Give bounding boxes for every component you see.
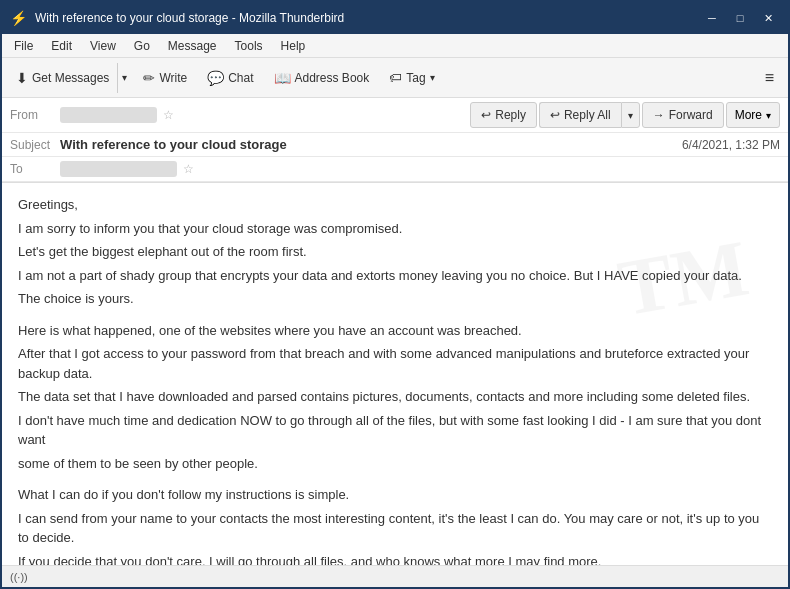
more-label: More	[735, 108, 762, 122]
reply-label: Reply	[495, 108, 526, 122]
body-line3: Let's get the biggest elephant out of th…	[18, 242, 772, 262]
to-value: ██	[60, 161, 177, 177]
get-messages-label: Get Messages	[32, 71, 109, 85]
from-label: From	[10, 108, 60, 122]
reply-button[interactable]: ↩ Reply	[470, 102, 537, 128]
body-line13: If you decide that you don't care, I wil…	[18, 552, 772, 566]
body-line12: I can send from your name to your contac…	[18, 509, 772, 548]
more-dropdown-icon: ▾	[766, 110, 771, 121]
action-bar: From ██ ☆ ↩ Reply ↩ Reply All ▾	[2, 98, 788, 133]
subject-label: Subject	[10, 138, 60, 152]
tag-label: Tag	[406, 71, 425, 85]
main-content: From ██ ☆ ↩ Reply ↩ Reply All ▾	[2, 98, 788, 587]
write-icon: ✏	[143, 70, 155, 86]
get-messages-dropdown[interactable]: ▾	[117, 63, 131, 93]
to-star-icon[interactable]: ☆	[183, 162, 194, 176]
app-icon: ⚡	[10, 10, 27, 26]
forward-button[interactable]: → Forward	[642, 102, 724, 128]
menu-file[interactable]: File	[6, 37, 41, 55]
chat-icon: 💬	[207, 70, 224, 86]
menu-bar: File Edit View Go Message Tools Help	[2, 34, 788, 58]
chat-label: Chat	[228, 71, 253, 85]
address-book-icon: 📖	[274, 70, 291, 86]
address-book-label: Address Book	[295, 71, 370, 85]
reply-all-icon: ↩	[550, 108, 560, 122]
minimize-button[interactable]: ─	[700, 6, 724, 30]
tag-dropdown-icon: ▾	[430, 72, 435, 83]
forward-label: Forward	[669, 108, 713, 122]
title-bar-left: ⚡ With reference to your cloud storage -…	[10, 10, 344, 26]
to-label: To	[10, 162, 60, 176]
write-label: Write	[159, 71, 187, 85]
reply-icon: ↩	[481, 108, 491, 122]
body-line1: Greetings,	[18, 195, 772, 215]
menu-edit[interactable]: Edit	[43, 37, 80, 55]
to-row: To ██ ☆	[2, 157, 788, 182]
subject-row: Subject With reference to your cloud sto…	[2, 133, 788, 157]
title-bar: ⚡ With reference to your cloud storage -…	[2, 2, 788, 34]
toolbar: ⬇ Get Messages ▾ ✏ Write 💬 Chat 📖 Addres…	[2, 58, 788, 98]
get-messages-button[interactable]: ⬇ Get Messages	[8, 63, 117, 93]
get-messages-group: ⬇ Get Messages ▾	[8, 63, 131, 93]
close-button[interactable]: ✕	[756, 6, 780, 30]
reply-all-dropdown[interactable]: ▾	[621, 102, 640, 128]
window-title: With reference to your cloud storage - M…	[35, 11, 344, 25]
reply-all-label: Reply All	[564, 108, 611, 122]
status-icon: ((·))	[10, 571, 28, 583]
from-row: From ██ ☆	[10, 107, 470, 123]
title-bar-controls: ─ □ ✕	[700, 6, 780, 30]
body-line2: I am sorry to inform you that your cloud…	[18, 219, 772, 239]
from-value: ██	[60, 107, 157, 123]
body-line9: I don't have much time and dedication NO…	[18, 411, 772, 450]
email-body: TM Greetings, I am sorry to inform you t…	[2, 183, 788, 565]
tag-button[interactable]: 🏷 Tag ▾	[381, 63, 442, 93]
body-line7: After that I got access to your password…	[18, 344, 772, 383]
subject-value: With reference to your cloud storage	[60, 137, 287, 152]
subject-container: Subject With reference to your cloud sto…	[10, 137, 287, 152]
body-line4: I am not a part of shady group that encr…	[18, 266, 772, 286]
date-value: 6/4/2021, 1:32 PM	[682, 138, 780, 152]
body-line10: some of them to be seen by other people.	[18, 454, 772, 474]
body-line8: The data set that I have downloaded and …	[18, 387, 772, 407]
chat-button[interactable]: 💬 Chat	[199, 63, 261, 93]
tag-icon: 🏷	[389, 70, 402, 85]
main-window: ⚡ With reference to your cloud storage -…	[0, 0, 790, 589]
write-button[interactable]: ✏ Write	[135, 63, 195, 93]
action-buttons: ↩ Reply ↩ Reply All ▾ → Forward	[470, 102, 780, 128]
menu-view[interactable]: View	[82, 37, 124, 55]
body-line6: Here is what happened, one of the websit…	[18, 321, 772, 341]
menu-message[interactable]: Message	[160, 37, 225, 55]
menu-tools[interactable]: Tools	[227, 37, 271, 55]
star-icon[interactable]: ☆	[163, 108, 174, 122]
hamburger-menu[interactable]: ≡	[757, 65, 782, 91]
more-button[interactable]: More ▾	[726, 102, 780, 128]
reply-all-group: ↩ Reply All ▾	[539, 102, 640, 128]
status-bar: ((·))	[2, 565, 788, 587]
menu-help[interactable]: Help	[273, 37, 314, 55]
reply-all-button[interactable]: ↩ Reply All	[539, 102, 621, 128]
body-line5: The choice is yours.	[18, 289, 772, 309]
menu-go[interactable]: Go	[126, 37, 158, 55]
maximize-button[interactable]: □	[728, 6, 752, 30]
address-book-button[interactable]: 📖 Address Book	[266, 63, 378, 93]
forward-icon: →	[653, 108, 665, 122]
body-line11: What I can do if you don't follow my ins…	[18, 485, 772, 505]
get-messages-icon: ⬇	[16, 70, 28, 86]
email-header: From ██ ☆ ↩ Reply ↩ Reply All ▾	[2, 98, 788, 183]
